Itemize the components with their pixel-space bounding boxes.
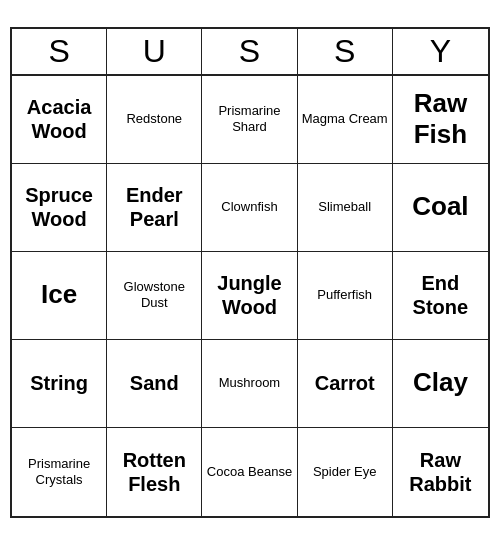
cell-3-3: Carrot xyxy=(298,340,393,428)
cell-4-2: Cocoa Beanse xyxy=(202,428,297,516)
cell-0-3: Magma Cream xyxy=(298,76,393,164)
cell-text-3-3: Carrot xyxy=(315,371,375,395)
bingo-board: SUSSY Acacia WoodRedstonePrismarine Shar… xyxy=(10,27,490,518)
cell-text-1-1: Ender Pearl xyxy=(111,183,197,231)
cell-text-2-2: Jungle Wood xyxy=(206,271,292,319)
cell-text-4-1: Rotten Flesh xyxy=(111,448,197,496)
header-letter-y-4: Y xyxy=(393,29,488,74)
cell-1-1: Ender Pearl xyxy=(107,164,202,252)
cell-3-4: Clay xyxy=(393,340,488,428)
cell-4-1: Rotten Flesh xyxy=(107,428,202,516)
cell-1-2: Clownfish xyxy=(202,164,297,252)
cell-2-2: Jungle Wood xyxy=(202,252,297,340)
cell-3-0: String xyxy=(12,340,107,428)
cell-text-1-3: Slimeball xyxy=(318,199,371,215)
cell-text-1-2: Clownfish xyxy=(221,199,277,215)
header-letter-s-0: S xyxy=(12,29,107,74)
cell-text-2-3: Pufferfish xyxy=(317,287,372,303)
cell-3-2: Mushroom xyxy=(202,340,297,428)
cell-text-4-2: Cocoa Beanse xyxy=(207,464,292,480)
cell-text-3-4: Clay xyxy=(413,367,468,398)
cell-2-4: End Stone xyxy=(393,252,488,340)
cell-text-1-4: Coal xyxy=(412,191,468,222)
header-letter-s-2: S xyxy=(202,29,297,74)
cell-text-3-1: Sand xyxy=(130,371,179,395)
cell-text-0-4: Raw Fish xyxy=(397,88,484,150)
cell-text-4-0: Prismarine Crystals xyxy=(16,456,102,487)
cell-0-0: Acacia Wood xyxy=(12,76,107,164)
cell-text-0-0: Acacia Wood xyxy=(16,95,102,143)
cell-text-0-1: Redstone xyxy=(126,111,182,127)
bingo-grid: Acacia WoodRedstonePrismarine ShardMagma… xyxy=(12,76,488,516)
cell-0-2: Prismarine Shard xyxy=(202,76,297,164)
cell-1-4: Coal xyxy=(393,164,488,252)
cell-text-3-0: String xyxy=(30,371,88,395)
cell-3-1: Sand xyxy=(107,340,202,428)
cell-4-3: Spider Eye xyxy=(298,428,393,516)
cell-2-0: Ice xyxy=(12,252,107,340)
cell-text-4-4: Raw Rabbit xyxy=(397,448,484,496)
cell-1-0: Spruce Wood xyxy=(12,164,107,252)
cell-text-4-3: Spider Eye xyxy=(313,464,377,480)
cell-4-4: Raw Rabbit xyxy=(393,428,488,516)
cell-text-2-1: Glowstone Dust xyxy=(111,279,197,310)
cell-text-2-0: Ice xyxy=(41,279,77,310)
cell-2-1: Glowstone Dust xyxy=(107,252,202,340)
cell-text-0-2: Prismarine Shard xyxy=(206,103,292,134)
cell-1-3: Slimeball xyxy=(298,164,393,252)
header-row: SUSSY xyxy=(12,29,488,76)
cell-text-1-0: Spruce Wood xyxy=(16,183,102,231)
cell-0-1: Redstone xyxy=(107,76,202,164)
cell-0-4: Raw Fish xyxy=(393,76,488,164)
header-letter-s-3: S xyxy=(298,29,393,74)
cell-text-0-3: Magma Cream xyxy=(302,111,388,127)
cell-text-2-4: End Stone xyxy=(397,271,484,319)
cell-4-0: Prismarine Crystals xyxy=(12,428,107,516)
cell-text-3-2: Mushroom xyxy=(219,375,280,391)
cell-2-3: Pufferfish xyxy=(298,252,393,340)
header-letter-u-1: U xyxy=(107,29,202,74)
